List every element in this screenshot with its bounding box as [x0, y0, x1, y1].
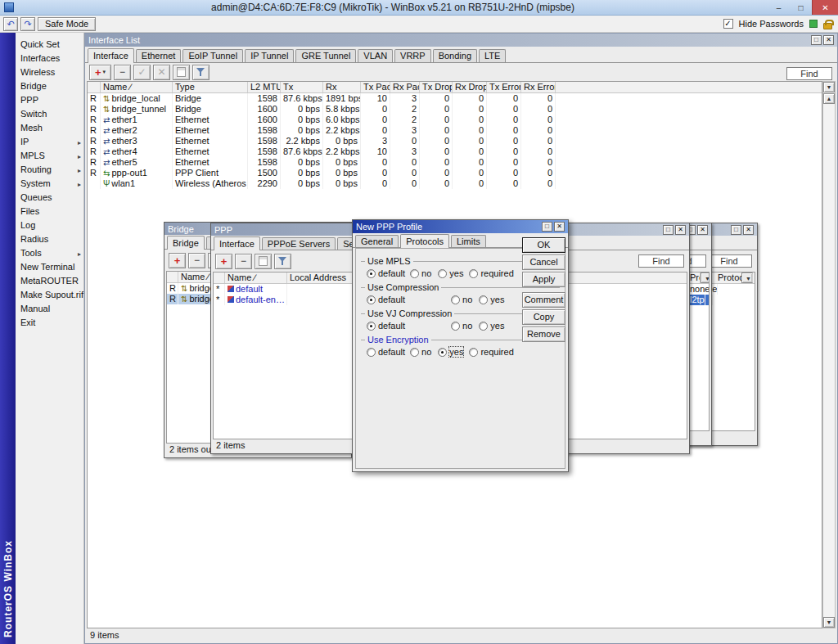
redo-button[interactable]: ↷	[20, 17, 35, 31]
col-type[interactable]: Type	[173, 82, 248, 92]
tab-bridge[interactable]: Bridge	[167, 236, 205, 250]
restore-icon[interactable]: □	[731, 225, 741, 235]
apply-button[interactable]: Apply	[522, 272, 565, 287]
table-row[interactable]: R ⇅bridge_tunnel Bridge 1600 0 bps 5.8 k…	[88, 104, 822, 115]
col-tx-drops[interactable]: Tx Drops	[420, 82, 453, 92]
remove-button[interactable]: −	[188, 253, 205, 268]
sidebar-item-wireless[interactable]: Wireless	[16, 65, 83, 79]
add-ppp-button[interactable]: +	[215, 254, 232, 269]
close-icon[interactable]: ✕	[697, 225, 708, 235]
restore-icon[interactable]: □	[542, 222, 552, 232]
col-tx-errors[interactable]: Tx Errors	[487, 82, 521, 92]
table-row[interactable]: R ⇄ether2 Ethernet 1598 0 bps 2.2 kbps 0…	[88, 125, 822, 136]
sidebar-item-files[interactable]: Files	[16, 205, 83, 218]
find-box[interactable]: Find	[706, 254, 752, 268]
col-rx-drops[interactable]: Rx Drops	[453, 82, 487, 92]
col-local-address[interactable]: Local Address	[287, 272, 353, 283]
col-tx[interactable]: Tx	[281, 82, 323, 92]
sidebar-item-make-supout[interactable]: Make Supout.rif	[16, 288, 83, 302]
table-row[interactable]: R ⇄ether1 Ethernet 1600 0 bps 6.0 kbps 0…	[88, 115, 822, 125]
col-tx-packet[interactable]: Tx Pac...	[361, 82, 390, 92]
sidebar-item-metarouter[interactable]: MetaROUTER	[16, 274, 83, 288]
tab-gre-tunnel[interactable]: GRE Tunnel	[295, 49, 356, 62]
close-icon[interactable]: ✕	[823, 35, 834, 45]
col-rx-packet[interactable]: Rx Pac...	[390, 82, 420, 92]
sidebar-item-manual[interactable]: Manual	[16, 302, 83, 316]
tab-ppp-interface[interactable]: Interface	[214, 236, 260, 250]
column-selector-icon[interactable]: ▼	[823, 82, 835, 92]
tab-protocols[interactable]: Protocols	[400, 234, 449, 248]
tab-vlan[interactable]: VLAN	[358, 49, 393, 62]
sidebar-item-exit[interactable]: Exit	[16, 316, 83, 330]
sidebar-item-ip[interactable]: IP▸	[16, 135, 83, 149]
radio-no[interactable]: no	[410, 347, 431, 357]
col-rx[interactable]: Rx	[323, 82, 361, 92]
interface-list-titlebar[interactable]: Interface List □ ✕	[85, 34, 837, 47]
scroll-up-icon[interactable]: ▲	[823, 93, 835, 104]
tab-vrrp[interactable]: VRRP	[394, 49, 431, 62]
radio-required[interactable]: required	[469, 268, 513, 278]
add-interface-button[interactable]: +▾	[89, 65, 111, 80]
sidebar-item-mesh[interactable]: Mesh	[16, 121, 83, 135]
tab-lte[interactable]: LTE	[479, 49, 506, 62]
copy-button[interactable]: Copy	[522, 309, 565, 325]
minimize-button[interactable]: –	[768, 0, 790, 15]
radio-yes[interactable]: yes	[479, 295, 504, 304]
ok-button[interactable]: OK	[522, 237, 565, 253]
radio-default[interactable]: default	[367, 268, 405, 278]
comment-button[interactable]	[255, 254, 272, 269]
tab-interface[interactable]: Interface	[88, 48, 134, 63]
tab-ethernet[interactable]: Ethernet	[136, 49, 182, 62]
sidebar-item-new-terminal[interactable]: New Terminal	[16, 260, 83, 274]
radio-default[interactable]: default	[367, 321, 405, 331]
sidebar-item-interfaces[interactable]: Interfaces	[16, 52, 83, 65]
sidebar-item-system[interactable]: System▸	[16, 177, 83, 191]
radio-default[interactable]: default	[367, 295, 405, 304]
restore-icon[interactable]: □	[811, 35, 822, 45]
column-selector-icon[interactable]: ▼	[701, 272, 710, 283]
sidebar-item-quick-set[interactable]: Quick Set	[16, 38, 83, 52]
scroll-down-icon[interactable]: ▼	[823, 617, 835, 628]
undo-button[interactable]: ↶	[3, 17, 18, 31]
sidebar-item-bridge[interactable]: Bridge	[16, 79, 83, 93]
col-rx-errors[interactable]: Rx Errors	[521, 82, 556, 92]
sidebar-item-tools[interactable]: Tools▸	[16, 246, 83, 260]
sidebar-item-log[interactable]: Log	[16, 218, 83, 232]
maximize-button[interactable]: □	[790, 0, 812, 15]
vertical-scrollbar[interactable]: ▼ ▲ ▼	[822, 81, 836, 628]
radio-yes-selected[interactable]: yes	[438, 347, 463, 357]
radio-yes[interactable]: yes	[438, 268, 463, 278]
add-bridge-button[interactable]: +	[169, 253, 186, 268]
radio-no[interactable]: no	[451, 295, 472, 304]
find-box[interactable]: Find	[786, 67, 832, 80]
restore-icon[interactable]: □	[663, 225, 674, 235]
cancel-button[interactable]: Cancel	[522, 254, 565, 270]
tab-eoip-tunnel[interactable]: EoIP Tunnel	[182, 49, 243, 62]
sidebar-item-mpls[interactable]: MPLS▸	[16, 149, 83, 163]
col-name[interactable]: Name ∕	[101, 82, 173, 92]
sidebar-item-ppp[interactable]: PPP	[16, 93, 83, 107]
col-l2mtu[interactable]: L2 MTU	[248, 82, 281, 92]
hide-passwords-checkbox[interactable]: ✓	[723, 19, 733, 29]
table-row[interactable]: R ⇆ppp-out1 PPP Client 1500 0 bps 0 bps …	[88, 168, 822, 178]
column-selector-icon[interactable]: ▼	[741, 272, 753, 283]
tab-pppoe-servers[interactable]: PPPoE Servers	[262, 237, 336, 250]
table-row[interactable]: R ⇄ether4 Ethernet 1598 87.6 kbps 2.2 kb…	[88, 146, 822, 157]
radio-no[interactable]: no	[451, 321, 472, 331]
table-row[interactable]: R ⇄ether5 Ethernet 1598 0 bps 0 bps 0 0 …	[88, 157, 822, 168]
radio-default[interactable]: default	[367, 347, 405, 357]
sidebar-item-radius[interactable]: Radius	[16, 232, 83, 246]
col-protocol[interactable]: Protoco...	[715, 272, 743, 283]
tab-ip-tunnel[interactable]: IP Tunnel	[245, 49, 294, 62]
close-icon[interactable]: ✕	[554, 222, 565, 232]
radio-required[interactable]: required	[469, 347, 513, 357]
radio-yes[interactable]: yes	[479, 321, 504, 331]
remove-button[interactable]: −	[114, 65, 131, 80]
find-box[interactable]: Find	[638, 254, 684, 268]
sidebar-item-switch[interactable]: Switch	[16, 107, 83, 121]
table-row[interactable]: R ⇅bridge_local Bridge 1598 87.6 kbps 18…	[88, 93, 822, 104]
close-icon[interactable]: ✕	[675, 225, 686, 235]
disable-button[interactable]: ✕	[153, 65, 170, 80]
table-row[interactable]: R ⇄ether3 Ethernet 1598 2.2 kbps 0 bps 3…	[88, 136, 822, 146]
col-name[interactable]: Name ∕	[225, 272, 287, 283]
